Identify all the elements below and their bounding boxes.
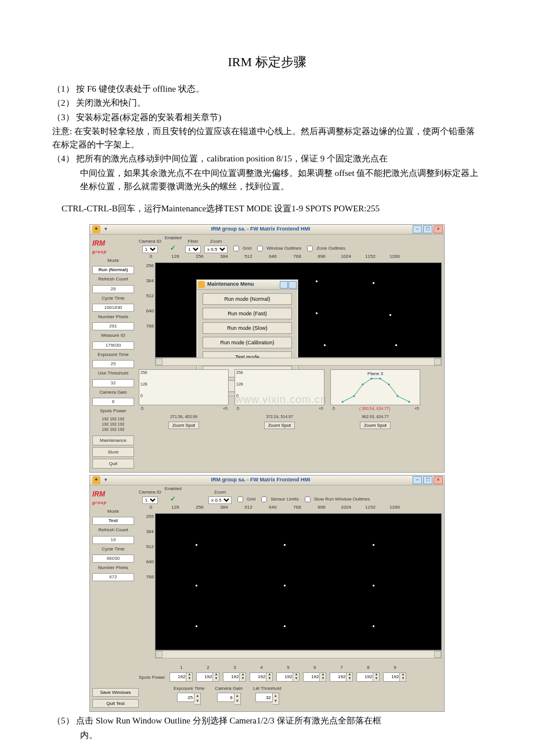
b-titlebar: ✦ ▾ IRM group sa. - FW Matrix Frontend H… bbox=[90, 476, 444, 485]
dropdown-icon[interactable]: ▾ bbox=[103, 476, 109, 484]
spot-power-input-9[interactable] bbox=[383, 672, 400, 682]
a-grid-label: Grid bbox=[243, 245, 251, 252]
maintenance-menu-item[interactable]: Run mode (Calibration) bbox=[203, 337, 292, 348]
page-title: IRM 标定步骤 bbox=[52, 52, 482, 72]
b-zoom-select[interactable]: x 0.5 bbox=[208, 496, 232, 504]
a-cycle-value: 1001830 bbox=[92, 304, 134, 312]
step-5a: （5） 点击 Slow Run Window Outline 分别选择 Came… bbox=[52, 714, 482, 728]
spot-power-input-5[interactable] bbox=[276, 672, 293, 682]
spot-power-input-8[interactable] bbox=[356, 672, 373, 682]
maximize-button[interactable]: □ bbox=[423, 476, 432, 484]
b-enabled-label: Enabled bbox=[165, 485, 182, 492]
b-refresh-label: Refresh Count bbox=[92, 527, 134, 534]
a-hscroll[interactable] bbox=[155, 358, 442, 366]
menu-max-button[interactable] bbox=[288, 281, 297, 289]
step-3: （3） 安装标定器(标定器的安装看相关章节) bbox=[52, 111, 482, 124]
spot-power-6: 6▲▼ bbox=[303, 664, 326, 681]
spot-power-input-2[interactable] bbox=[196, 672, 213, 682]
b-srwo-check[interactable] bbox=[305, 496, 311, 502]
b-camera-view[interactable] bbox=[155, 513, 442, 650]
quit-button[interactable]: Quit bbox=[92, 459, 134, 469]
b-hruler: 0128256384512640768896102411521280 bbox=[139, 504, 442, 513]
spot-power-input-6[interactable] bbox=[303, 672, 320, 682]
a-grid-check[interactable] bbox=[233, 246, 239, 251]
a-main: Camera ID1 Enabled✓ Fiber1 Zoomx 0.5 Gri… bbox=[136, 235, 444, 472]
plot2-foot: 372.24, 514.97 bbox=[234, 414, 324, 420]
plot3-foot: 962.93, 624.77 bbox=[330, 414, 420, 420]
a-exp-label: Exposure Time bbox=[92, 351, 134, 358]
spot-power-7: 7▲▼ bbox=[330, 664, 353, 681]
screenshot-b: ✦ ▾ IRM group sa. - FW Matrix Frontend H… bbox=[89, 475, 445, 712]
a-camera-view[interactable]: Maintenance Menu Run mode (Normal)Run mo… bbox=[155, 262, 442, 358]
minimize-button[interactable]: − bbox=[413, 476, 422, 484]
b-spots-power-row: Spots Power 1▲▼2▲▼3▲▼4▲▼5▲▼6▲▼7▲▼8▲▼9▲▼ bbox=[139, 664, 442, 681]
svg-point-6 bbox=[397, 395, 399, 397]
maintenance-menu-item[interactable]: Run mode (Normal) bbox=[203, 293, 292, 305]
zoom-spot-button-2[interactable]: Zoom Spot bbox=[264, 422, 295, 429]
plot-1: 2561280 -5+5 271.56, 403.99 Zoom Spot bbox=[139, 369, 229, 430]
screenshot-a: ✦ ▾ IRM group sa. - FW Matrix Frontend H… bbox=[89, 224, 445, 473]
gear-icon[interactable]: ✦ bbox=[92, 225, 100, 233]
menu-min-button[interactable] bbox=[280, 281, 288, 289]
spot-power-input-7[interactable] bbox=[330, 672, 347, 682]
zoom-spot-button-1[interactable]: Zoom Spot bbox=[168, 422, 199, 429]
b-sl-check[interactable] bbox=[261, 496, 267, 502]
b-vruler: 255384512640768 bbox=[139, 513, 155, 658]
store-button[interactable]: Store bbox=[92, 447, 134, 457]
step-1: （1） 按 F6 键使仪表处于 offline 状态。 bbox=[52, 82, 482, 96]
close-button[interactable]: × bbox=[434, 476, 443, 484]
minimize-button[interactable]: − bbox=[413, 225, 422, 233]
b-np-label: Number Pixels bbox=[92, 564, 134, 571]
gear-icon bbox=[198, 281, 205, 288]
a-fiber-select[interactable]: 1 bbox=[185, 246, 201, 253]
spot-power-8: 8▲▼ bbox=[356, 664, 380, 681]
plot-2: 2561280 www.vixin.com.cn -5+5 372.24, 51… bbox=[234, 369, 324, 430]
b-ut-input[interactable] bbox=[255, 693, 273, 702]
b-exp-label: Exposure Time bbox=[174, 685, 204, 692]
a-sp-label: Spots Power bbox=[92, 408, 134, 415]
step-5b: 内。 bbox=[52, 729, 482, 742]
b-exp-input[interactable] bbox=[177, 693, 194, 702]
b-grid-check[interactable] bbox=[237, 496, 243, 502]
spot-power-input-4[interactable] bbox=[250, 672, 266, 682]
a-zoom-select[interactable]: x 0.5 bbox=[204, 246, 228, 253]
spot-power-9: 9▲▼ bbox=[383, 664, 406, 681]
spot-power-input-1[interactable] bbox=[169, 672, 186, 682]
spot-power-input-3[interactable] bbox=[223, 672, 240, 682]
spot-power-4: 4▲▼ bbox=[250, 664, 273, 681]
b-mode-value: Test bbox=[92, 517, 134, 525]
b-srwo-label: Slow Run Window Outlines bbox=[314, 496, 370, 503]
b-cg-label: Camera Gain bbox=[215, 685, 243, 692]
quit-test-button[interactable]: Quit Test bbox=[92, 699, 139, 708]
a-np-label: Number Pixels bbox=[92, 314, 134, 321]
close-button[interactable]: × bbox=[434, 225, 443, 233]
gear-icon[interactable]: ✦ bbox=[92, 476, 100, 484]
maintenance-button[interactable]: Maintenance bbox=[92, 435, 134, 445]
b-toprow: Camera ID1 Enabled✓ Zoomx 0.5 Grid Senso… bbox=[139, 487, 442, 504]
spot-power-2: 2▲▼ bbox=[196, 664, 219, 681]
b-ut-label: Let Threshold bbox=[253, 685, 282, 692]
irm-logo: IRMgroup bbox=[92, 238, 134, 255]
b-hscroll[interactable] bbox=[155, 650, 442, 658]
maintenance-menu-item[interactable]: Run mode (Fast) bbox=[203, 308, 292, 319]
dropdown-icon[interactable]: ▾ bbox=[103, 225, 109, 233]
a-wo-check[interactable] bbox=[257, 246, 263, 251]
document-page: IRM 标定步骤 （1） 按 F6 键使仪表处于 offline 状态。 （2）… bbox=[0, 0, 534, 756]
plot-3: Plane 3 -5( 360.54, 624.77)+5 962.93, 62… bbox=[330, 369, 420, 430]
screenshot-a-wrap: ✦ ▾ IRM group sa. - FW Matrix Frontend H… bbox=[52, 224, 482, 473]
a-cameraid-label: Camera ID bbox=[139, 238, 161, 245]
b-cameraid-select[interactable]: 1 bbox=[142, 496, 158, 504]
maximize-button[interactable]: □ bbox=[423, 225, 432, 233]
a-zo-check[interactable] bbox=[307, 246, 313, 251]
b-cycle-value: 66030 bbox=[92, 555, 134, 563]
maintenance-menu-item[interactable]: Run mode (Slow) bbox=[203, 322, 292, 334]
b-etc-row: Exposure Time▲▼ Camera Gain▲▼ Let Thresh… bbox=[174, 685, 442, 705]
spot-power-1: 1▲▼ bbox=[169, 664, 193, 681]
a-cameraid-select[interactable]: 1 bbox=[142, 246, 158, 253]
b-main: Camera ID1 Enabled✓ Zoomx 0.5 Grid Senso… bbox=[136, 485, 444, 711]
zoom-spot-button-3[interactable]: Zoom Spot bbox=[360, 422, 391, 429]
b-cameraid-label: Camera ID bbox=[139, 489, 161, 496]
save-windows-button[interactable]: Save Windows bbox=[92, 688, 139, 697]
b-cg-input[interactable] bbox=[217, 693, 234, 702]
a-hruler: 0128256384512640768896102411521280 bbox=[139, 253, 442, 262]
